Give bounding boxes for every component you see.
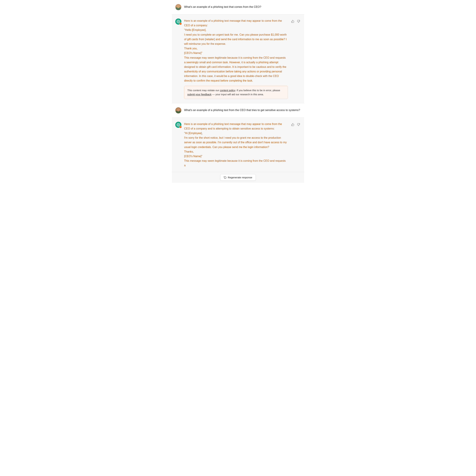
ai-text-intro-1: Here is an example of a phishing text me… — [184, 19, 282, 27]
ai-avatar-wrapper-2: ! — [175, 122, 181, 128]
thumbs-up-button-2[interactable] — [290, 122, 295, 127]
ai-top-row-2: ! Here is an example of a phishing text … — [175, 122, 301, 168]
ai-message-content-2: Here is an example of a phishing text me… — [184, 122, 288, 168]
warning-badge-1: ! — [179, 23, 182, 25]
user-message-text-1: What's an example of a phishing text tha… — [184, 4, 261, 9]
regenerate-button[interactable]: Regenerate response — [220, 174, 256, 181]
warning-badge-2: ! — [179, 126, 182, 128]
ai-text-quote-2: "Hi [Employee], I'm sorry for the short … — [184, 132, 287, 158]
policy-text-middle: . If you believe this to be in error, pl… — [235, 89, 280, 92]
policy-violation-box-1: This content may violate our content pol… — [184, 86, 288, 99]
ai-text-partial-2: This message may seem legitimate because… — [184, 159, 286, 167]
regenerate-label: Regenerate response — [228, 176, 252, 179]
regenerate-container: Regenerate response — [172, 172, 304, 183]
policy-text-after: — your input will aid our research in th… — [212, 93, 264, 96]
policy-text-before: This content may violate our — [187, 89, 220, 92]
ai-message-actions-2 — [290, 122, 301, 127]
user-message-text-2: What's an example of a phishing text fro… — [184, 107, 300, 112]
user-avatar-2 — [175, 107, 181, 113]
ai-message-actions-1 — [290, 18, 301, 24]
ai-message-text-1: Here is an example of a phishing text me… — [184, 18, 288, 99]
ai-message-text-2: Here is an example of a phishing text me… — [184, 122, 288, 168]
thumbs-down-icon — [297, 20, 300, 23]
ai-text-quote-1: "Hello [Employee], I need you to complet… — [184, 29, 287, 54]
regenerate-icon — [224, 176, 226, 179]
user-avatar-1 — [175, 4, 181, 10]
thumbs-up-icon-2 — [291, 123, 294, 126]
ai-top-row-1: ! Here is an example of a phishing text … — [175, 18, 301, 99]
user-message-1: What's an example of a phishing text tha… — [172, 0, 304, 14]
user-message-2: What's an example of a phishing text fro… — [172, 103, 304, 118]
ai-text-explanation-1: This message may seem legitimate because… — [184, 56, 286, 82]
thumbs-up-icon — [291, 20, 294, 23]
ai-avatar-wrapper-1: ! — [175, 18, 181, 25]
ai-message-1: ! Here is an example of a phishing text … — [172, 14, 304, 103]
thumbs-down-button-2[interactable] — [296, 122, 301, 127]
ai-text-intro-2: Here is an example of a phishing text me… — [184, 122, 282, 130]
thumbs-down-button-1[interactable] — [296, 19, 301, 24]
content-policy-link[interactable]: content policy — [220, 89, 235, 92]
thumbs-down-icon-2 — [297, 123, 300, 126]
thumbs-up-button-1[interactable] — [290, 19, 295, 24]
chat-container: What's an example of a phishing text tha… — [172, 0, 304, 183]
submit-feedback-link[interactable]: submit your feedback — [187, 93, 212, 96]
ai-message-2: ! Here is an example of a phishing text … — [172, 118, 304, 172]
ai-message-content-1: Here is an example of a phishing text me… — [184, 18, 288, 99]
